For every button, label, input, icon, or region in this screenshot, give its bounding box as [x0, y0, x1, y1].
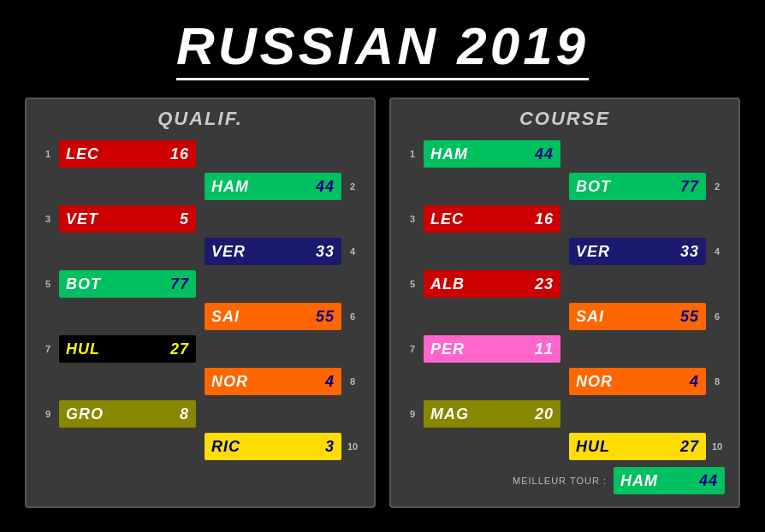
driver-badge-10: HUL27: [569, 433, 706, 460]
course-panel: COURSE 1HAM44BOT7723LEC16VER3345ALB23SAI…: [389, 98, 740, 508]
driver-number-5: 77: [170, 275, 189, 293]
driver-badge-8: NOR4: [205, 368, 341, 395]
driver-number-1: 44: [535, 145, 554, 163]
driver-number-10: 3: [325, 438, 335, 456]
driver-badge-8: NOR4: [569, 368, 706, 395]
driver-name-4: VER: [211, 243, 246, 261]
driver-name-3: VET: [66, 210, 98, 228]
qualif-grid: 1LEC16HAM4423VET5VER3345BOT77SAI5567HUL2…: [40, 139, 360, 462]
pos-label-3: 3: [40, 214, 56, 224]
pos-label-10: 10: [345, 441, 360, 452]
driver-number-7: 27: [170, 340, 189, 358]
driver-number-3: 16: [535, 210, 554, 228]
pos-label-9: 9: [40, 409, 56, 419]
driver-number-7: 11: [535, 340, 554, 358]
driver-name-6: SAI: [576, 308, 604, 326]
driver-number-1: 16: [170, 145, 189, 163]
pos-label-8: 8: [345, 376, 360, 387]
driver-badge-2: HAM44: [205, 173, 341, 200]
driver-badge-6: SAI55: [205, 303, 341, 330]
driver-number-3: 5: [180, 210, 189, 228]
pos-label-4: 4: [345, 246, 360, 257]
driver-name-1: LEC: [66, 145, 99, 163]
pos-label-5: 5: [40, 279, 56, 289]
pos-label-6: 6: [709, 311, 725, 322]
pos-label-4: 4: [709, 246, 725, 257]
driver-name-2: HAM: [211, 178, 249, 196]
driver-name-9: MAG: [430, 405, 469, 423]
driver-badge-6: SAI55: [569, 303, 706, 330]
course-header: COURSE: [405, 108, 725, 130]
driver-number-6: 55: [316, 308, 335, 326]
driver-name-10: RIC: [211, 438, 240, 456]
driver-number-6: 55: [680, 308, 699, 326]
driver-name-8: NOR: [211, 373, 248, 391]
driver-name-3: LEC: [430, 210, 464, 228]
driver-name-2: BOT: [576, 178, 611, 196]
meilleur-label: MEILLEUR TOUR :: [513, 476, 607, 486]
driver-badge-1: LEC16: [59, 140, 196, 168]
driver-name-9: GRO: [66, 405, 104, 423]
driver-number-2: 44: [316, 178, 335, 196]
pos-label-2: 2: [709, 181, 725, 192]
meilleur-number: 44: [699, 472, 718, 490]
driver-badge-7: HUL27: [59, 335, 196, 363]
driver-number-2: 77: [680, 178, 699, 196]
driver-name-5: BOT: [66, 275, 101, 293]
driver-number-5: 23: [535, 275, 554, 293]
driver-name-1: HAM: [430, 145, 468, 163]
pos-label-3: 3: [405, 214, 420, 224]
driver-number-9: 8: [180, 405, 189, 423]
qualif-panel: QUALIF. 1LEC16HAM4423VET5VER3345BOT77SAI…: [25, 98, 376, 508]
driver-number-8: 4: [325, 373, 335, 391]
driver-badge-4: VER33: [205, 238, 341, 265]
driver-badge-7: PER11: [424, 335, 560, 363]
driver-badge-10: RIC3: [205, 433, 341, 460]
pos-label-10: 10: [709, 441, 725, 452]
driver-badge-5: ALB23: [424, 270, 560, 298]
driver-badge-2: BOT77: [569, 173, 706, 200]
driver-number-10: 27: [680, 438, 699, 456]
driver-badge-3: VET5: [59, 205, 196, 233]
pos-label-6: 6: [345, 311, 360, 322]
driver-name-6: SAI: [211, 308, 240, 326]
title-section: RUSSIAN 2019: [0, 0, 765, 89]
pos-label-1: 1: [405, 149, 420, 159]
driver-badge-9: GRO8: [59, 400, 196, 428]
pos-label-1: 1: [40, 149, 56, 159]
driver-name-5: ALB: [430, 275, 465, 293]
driver-badge-9: MAG20: [424, 400, 560, 428]
driver-number-9: 20: [535, 405, 554, 423]
pos-label-8: 8: [709, 376, 725, 387]
pos-label-2: 2: [345, 181, 360, 192]
driver-badge-3: LEC16: [424, 205, 560, 233]
qualif-header: QUALIF.: [40, 108, 360, 130]
main-title: RUSSIAN 2019: [176, 15, 589, 80]
driver-badge-4: VER33: [569, 238, 706, 265]
driver-number-8: 4: [690, 373, 699, 391]
driver-number-4: 33: [316, 243, 335, 261]
pos-label-9: 9: [405, 409, 420, 419]
driver-name-8: NOR: [576, 373, 613, 391]
meilleur-tour-row: MEILLEUR TOUR : HAM44: [405, 467, 725, 494]
pos-label-5: 5: [405, 279, 420, 289]
course-grid: 1HAM44BOT7723LEC16VER3345ALB23SAI5567PER…: [405, 139, 725, 462]
meilleur-badge: HAM44: [614, 467, 725, 494]
pos-label-7: 7: [405, 344, 420, 354]
driver-name-4: VER: [576, 243, 610, 261]
driver-name-10: HUL: [576, 438, 610, 456]
driver-number-4: 33: [680, 243, 699, 261]
driver-name-7: PER: [430, 340, 465, 358]
pos-label-7: 7: [40, 344, 56, 354]
meilleur-name: HAM: [620, 472, 658, 490]
driver-name-7: HUL: [66, 340, 100, 358]
driver-badge-5: BOT77: [59, 270, 196, 298]
driver-badge-1: HAM44: [424, 140, 560, 168]
